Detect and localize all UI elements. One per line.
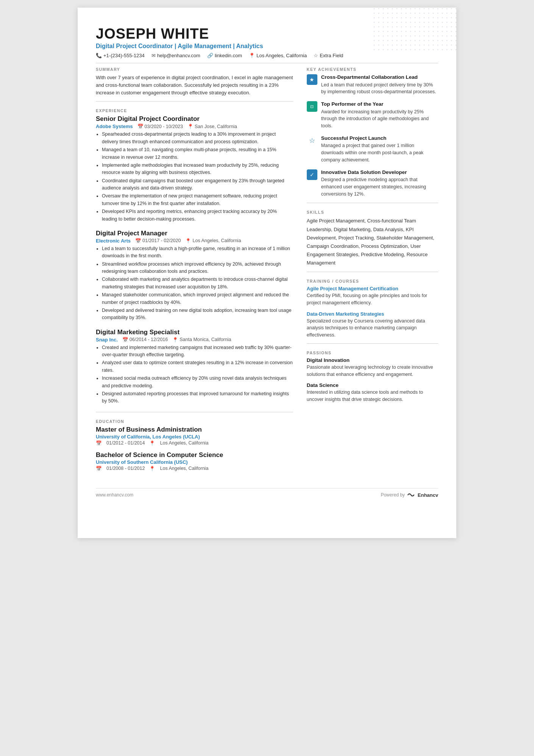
achievement-2: ⊡ Top Performer of the Year Awarded for … — [307, 101, 438, 130]
svg-rect-1 — [373, 8, 456, 53]
passion-2-desc: Interested in utilizing data science too… — [307, 389, 438, 403]
achievements-label: KEY ACHIEVEMENTS — [307, 67, 438, 72]
job-3-location: 📍 Santa Monica, California — [172, 337, 231, 343]
contact-bar: 📞 +1-(234)-555-1234 ✉ help@enhancv.com 🔗… — [96, 53, 438, 58]
training-1-title: Agile Project Management Certification — [307, 286, 438, 291]
star-icon: ☆ — [314, 53, 318, 58]
location-icon: 📍 — [249, 53, 255, 58]
phone-icon: 📞 — [96, 53, 102, 58]
achievement-3-title: Successful Project Launch — [321, 135, 438, 142]
edu-1-title: Master of Business Administration — [96, 426, 293, 434]
contact-location: 📍 Los Angeles, California — [249, 53, 307, 58]
bullet-item: Collaborated with marketing and analytic… — [102, 276, 293, 291]
passion-1-title: Digital Innovation — [307, 357, 438, 363]
footer: www.enhancv.com Powered by Enhancv — [96, 488, 438, 498]
bullet-item: Designed automated reporting processes t… — [102, 390, 293, 405]
job-1-title: Senior Digital Project Coordinator — [96, 115, 293, 123]
education-label: EDUCATION — [96, 419, 293, 424]
job-3-title: Digital Marketing Specialist — [96, 329, 293, 336]
contact-extra: ☆ Extra Field — [314, 53, 343, 58]
pin-icon: 📍 — [149, 440, 155, 446]
achievement-2-content: Top Performer of the Year Awarded for in… — [321, 101, 438, 130]
bullet-item: Oversaw the implementation of new projec… — [102, 193, 293, 207]
achievement-4-desc: Designed a predictive modeling approach … — [321, 176, 438, 197]
email-icon: ✉ — [151, 53, 156, 58]
contact-phone: 📞 +1-(234)-555-1234 — [96, 53, 145, 58]
passions-divider — [307, 343, 438, 344]
resume-page: JOSEPH WHITE Digital Project Coordinator… — [78, 8, 456, 538]
left-column: SUMMARY With over 7 years of experience … — [96, 67, 293, 477]
achievement-2-title: Top Performer of the Year — [321, 101, 438, 108]
contact-website: 🔗 linkedin.com — [207, 53, 242, 58]
passion-1-desc: Passionate about leveraging technology t… — [307, 364, 438, 378]
skills-text: Agile Project Management, Cross-function… — [307, 217, 438, 267]
bullet-item: Increased social media outreach efficien… — [102, 375, 293, 390]
edu-2-school: University of Southern California (USC) — [96, 459, 293, 465]
training-2: Data-Driven Marketing Strategies Special… — [307, 311, 438, 339]
edu-2: Bachelor of Science in Computer Science … — [96, 451, 293, 471]
achievement-4: ✓ Innovative Data Solution Developer Des… — [307, 169, 438, 198]
achievement-2-desc: Awarded for increasing team productivity… — [321, 108, 438, 130]
edu-1-school: University of California, Los Angeles (U… — [96, 434, 293, 440]
job-3-meta: Snap Inc. 📅 06/2014 - 12/2016 📍 Santa Mo… — [96, 337, 293, 343]
job-3: Digital Marketing Specialist Snap Inc. 📅… — [96, 329, 293, 405]
experience-label: EXPERIENCE — [96, 108, 293, 113]
job-3-dates: 📅 06/2014 - 12/2016 — [122, 337, 168, 343]
calendar-icon: 📅 — [96, 440, 102, 446]
passions-label: PASSIONS — [307, 351, 438, 355]
job-3-company: Snap Inc. — [96, 337, 118, 343]
edu-1-meta: 📅 01/2012 - 01/2014 📍 Los Angeles, Calif… — [96, 440, 293, 446]
bullet-item: Coordinated digital campaigns that boost… — [102, 177, 293, 192]
training-divider — [307, 272, 438, 272]
job-1-meta: Adobe Systems 📅 03/2020 - 10/2023 📍 San … — [96, 124, 293, 129]
achievement-4-content: Innovative Data Solution Developer Desig… — [321, 169, 438, 198]
summary-label: SUMMARY — [96, 67, 293, 72]
pin-icon: 📍 — [149, 466, 155, 471]
footer-brand: Powered by Enhancv — [381, 492, 438, 498]
calendar-icon: 📅 — [122, 337, 128, 343]
achievement-3-desc: Managed a project that gained over 1 mil… — [321, 142, 438, 163]
training-1-desc: Certified by PMI, focusing on agile prin… — [307, 292, 438, 307]
bullet-item: Managed stakeholder communication, which… — [102, 291, 293, 306]
summary-text: With over 7 years of experience in digit… — [96, 74, 293, 97]
passion-2: Data Science Interested in utilizing dat… — [307, 382, 438, 403]
achievement-1-icon: ★ — [307, 74, 317, 85]
bullet-item: Spearheaded cross-departmental projects … — [102, 131, 293, 146]
bullet-item: Led a team to successfully launch a high… — [102, 245, 293, 260]
job-1: Senior Digital Project Coordinator Adobe… — [96, 115, 293, 223]
achievement-1-title: Cross-Departmental Collaboration Lead — [321, 74, 438, 81]
footer-website: www.enhancv.com — [96, 492, 133, 498]
pin-icon: 📍 — [187, 124, 194, 129]
job-2-company: Electronic Arts — [96, 238, 131, 244]
job-2-meta: Electronic Arts 📅 01/2017 - 02/2020 📍 Lo… — [96, 238, 293, 244]
achievement-4-icon: ✓ — [307, 169, 317, 180]
bullet-item: Analyzed user data to optimize content s… — [102, 359, 293, 374]
calendar-icon: 📅 — [96, 466, 102, 471]
enhancv-brand-name: Enhancv — [418, 492, 438, 498]
skills-label: SKILLS — [307, 210, 438, 214]
header-divider — [96, 63, 438, 63]
passion-2-title: Data Science — [307, 382, 438, 388]
job-1-dates: 📅 03/2020 - 10/2023 — [137, 124, 183, 129]
achievement-1-content: Cross-Departmental Collaboration Lead Le… — [321, 74, 438, 95]
bullet-item: Streamlined workflow processes which imp… — [102, 261, 293, 275]
bullet-item: Developed and delivered training on new … — [102, 307, 293, 322]
achievement-4-title: Innovative Data Solution Developer — [321, 169, 438, 176]
job-1-location: 📍 San Jose, California — [187, 124, 237, 129]
achievement-3-icon: ☆ — [307, 135, 317, 146]
passion-1: Digital Innovation Passionate about leve… — [307, 357, 438, 378]
job-2: Digital Project Manager Electronic Arts … — [96, 230, 293, 322]
job-2-bullets: Led a team to successfully launch a high… — [96, 245, 293, 322]
main-content: SUMMARY With over 7 years of experience … — [96, 67, 438, 477]
bullet-item: Implemented agile methodologies that inc… — [102, 162, 293, 177]
job-1-bullets: Spearheaded cross-departmental projects … — [96, 131, 293, 223]
achievement-3-content: Successful Project Launch Managed a proj… — [321, 135, 438, 164]
link-icon: 🔗 — [207, 53, 213, 58]
bullet-item: Developed KPIs and reporting metrics, en… — [102, 208, 293, 223]
job-1-company: Adobe Systems — [96, 124, 133, 129]
job-2-title: Digital Project Manager — [96, 230, 293, 237]
job-2-location: 📍 Los Angeles, California — [185, 238, 241, 244]
job-2-dates: 📅 01/2017 - 02/2020 — [135, 238, 181, 244]
training-label: TRAINING / COURSES — [307, 279, 438, 283]
edu-2-meta: 📅 01/2008 - 01/2012 📍 Los Angeles, Calif… — [96, 466, 293, 471]
